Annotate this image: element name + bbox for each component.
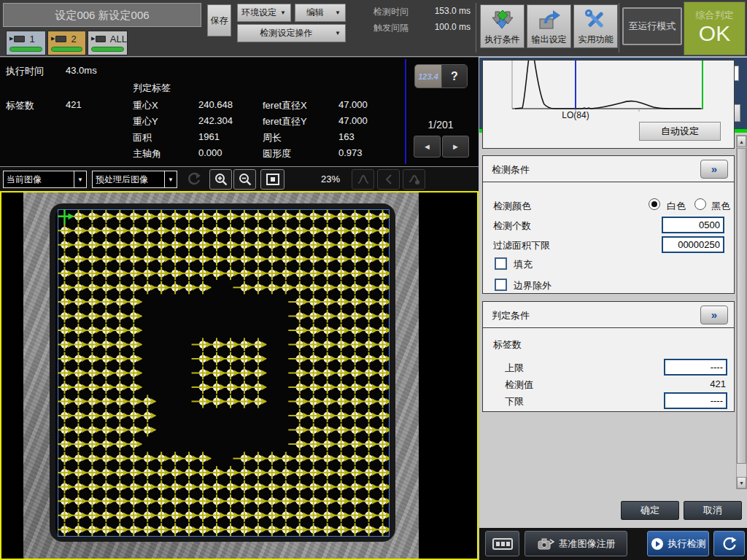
- utility-label: 实用功能: [578, 34, 614, 46]
- exclude-edge-label: 边界除外: [514, 279, 551, 292]
- image-toolbar: 当前图像 ▼ 预处理后图像 ▼: [0, 166, 479, 191]
- tab-camera-1[interactable]: ▶1: [6, 31, 46, 55]
- result-row-value: 47.000: [338, 115, 368, 126]
- camera-image-viewport[interactable]: [0, 191, 479, 560]
- result-row-label: feret直径Y: [263, 115, 307, 128]
- refresh-icon: [186, 171, 202, 187]
- zoom-out-icon: [238, 172, 252, 187]
- upper-limit-input[interactable]: [664, 359, 727, 376]
- histogram-box: LO(84) 自动设定: [482, 60, 735, 149]
- refresh-button[interactable]: [182, 169, 205, 190]
- judgement-conditions-title: 判定条件: [492, 309, 530, 322]
- zoom-in-button[interactable]: [209, 169, 232, 190]
- menu-inspection-ops[interactable]: 检测设定操作 ▼: [237, 24, 346, 42]
- exclude-edge-checkbox[interactable]: [495, 279, 507, 291]
- measure-time-label: 检测时间: [374, 6, 409, 18]
- unit-block-icon: [55, 36, 66, 42]
- curve-gear-icon: [407, 172, 422, 187]
- output-settings-icon: [537, 9, 562, 32]
- save-button[interactable]: 保存: [207, 4, 231, 36]
- execute-measurement-label: 执行检测: [668, 537, 706, 551]
- scroll-down-button[interactable]: ▼: [737, 477, 746, 489]
- menu-edit[interactable]: 编辑 ▼: [295, 4, 346, 22]
- utility-icon: [584, 9, 608, 32]
- play-circle-icon: [651, 537, 664, 551]
- zoom-level-value: 23%: [321, 174, 340, 184]
- radio-white[interactable]: [649, 198, 660, 210]
- expand-button[interactable]: »: [700, 306, 728, 324]
- trigger-interval-value: 100.0 ms: [416, 22, 471, 32]
- confirm-button[interactable]: 确定: [621, 501, 679, 520]
- filter-area-label: 过滤面积下限: [493, 239, 550, 252]
- radio-black[interactable]: [694, 198, 706, 210]
- tab-camera-2-active[interactable]: ▶2: [47, 31, 86, 55]
- divider: [476, 3, 476, 52]
- overall-judgement-value: OK: [684, 22, 745, 45]
- fill-checkbox[interactable]: [495, 257, 507, 270]
- filter-area-input[interactable]: [662, 236, 724, 253]
- histogram-curve: [515, 61, 701, 109]
- label-page-indicator: 1/201: [409, 119, 473, 131]
- panel-scrollbar[interactable]: ▲ ▼: [736, 135, 747, 489]
- display-settings-button[interactable]: [403, 169, 425, 190]
- label-count-group: 标签数: [493, 338, 522, 351]
- image-logging-button[interactable]: [485, 531, 519, 556]
- auto-set-button[interactable]: 自动设定: [639, 122, 721, 141]
- run-mode-button[interactable]: 至运行模式: [622, 7, 682, 45]
- detection-conditions-header: 检测条件 »: [483, 156, 734, 182]
- upper-limit-label: 上限: [505, 362, 524, 375]
- fill-checkbox-label: 填充: [514, 258, 533, 271]
- scroll-up-button[interactable]: ▲: [737, 136, 746, 147]
- profile-display-button[interactable]: [352, 169, 374, 190]
- unit-settings-panel: T200 块状物的个数 基准图像 2 - 000 LO(84: [479, 57, 747, 560]
- measure-time-value: 153.0 ms: [416, 6, 471, 16]
- execute-measurement-button[interactable]: 执行检测: [647, 531, 709, 556]
- result-row-value: 163: [338, 131, 355, 142]
- fit-view-button[interactable]: [260, 169, 285, 190]
- tab-camera-2-label: 2: [71, 34, 76, 44]
- menu-environment[interactable]: 环境设定 ▼: [237, 4, 291, 22]
- measured-value: 421: [669, 378, 726, 389]
- image-view-select[interactable]: 预处理后图像 ▼: [92, 171, 177, 188]
- help-button[interactable]: ?: [442, 65, 467, 88]
- label-count-label: 标签数: [6, 99, 34, 112]
- lower-limit-label: 下限: [505, 395, 524, 408]
- prev-label-button[interactable]: ◄: [414, 136, 441, 158]
- lower-limit-input[interactable]: [664, 392, 727, 409]
- play-icon: ▶: [51, 36, 55, 42]
- unit-footer-bar: 基准图像注册 执行检测: [479, 528, 747, 560]
- utility-button[interactable]: 实用功能: [573, 4, 618, 48]
- tab-all[interactable]: ▶ALL: [88, 31, 128, 55]
- detect-count-label: 检测个数: [493, 219, 531, 233]
- zoom-out-button[interactable]: [233, 169, 256, 190]
- chevron-down-icon: ▼: [335, 30, 345, 36]
- application-window: 设定006 新设定006 保存 环境设定 ▼ 编辑 ▼ 检测设定操作 ▼ 检测时…: [0, 0, 747, 560]
- register-reference-image-button[interactable]: 基准图像注册: [525, 531, 627, 556]
- chevron-down-icon: ▼: [280, 9, 290, 16]
- detect-count-input[interactable]: [662, 217, 724, 233]
- value-display-toggle: 123.4 ?: [414, 64, 468, 88]
- chevron-down-icon: ▼: [164, 171, 177, 187]
- play-icon: ▶: [91, 36, 95, 42]
- next-label-button[interactable]: ►: [442, 136, 469, 158]
- register-reference-image-label: 基准图像注册: [559, 537, 616, 551]
- tab-camera-1-label: 1: [29, 34, 34, 44]
- continuous-update-button[interactable]: [713, 531, 745, 556]
- cancel-button[interactable]: 取消: [684, 501, 742, 520]
- numeric-display-button[interactable]: 123.4: [415, 65, 442, 88]
- play-icon: ▶: [9, 36, 13, 42]
- angle-left-icon: [382, 172, 396, 187]
- bell-curve-icon: [356, 172, 371, 187]
- tab-status-bar: [91, 47, 124, 52]
- exec-condition-button[interactable]: 执行条件: [480, 4, 525, 48]
- exec-condition-icon: [490, 9, 515, 32]
- image-source-select[interactable]: 当前图像 ▼: [3, 171, 87, 188]
- output-settings-button[interactable]: 输出设定: [527, 4, 571, 48]
- scrollbar-thumb[interactable]: [737, 148, 746, 464]
- back-display-button[interactable]: [377, 169, 400, 190]
- result-row-value: 1961: [198, 131, 220, 142]
- overall-judgement-label: 综合判定: [684, 9, 745, 22]
- expand-button[interactable]: »: [700, 160, 728, 179]
- menu-environment-label: 环境设定: [238, 7, 280, 19]
- unit-block-icon: [14, 36, 25, 42]
